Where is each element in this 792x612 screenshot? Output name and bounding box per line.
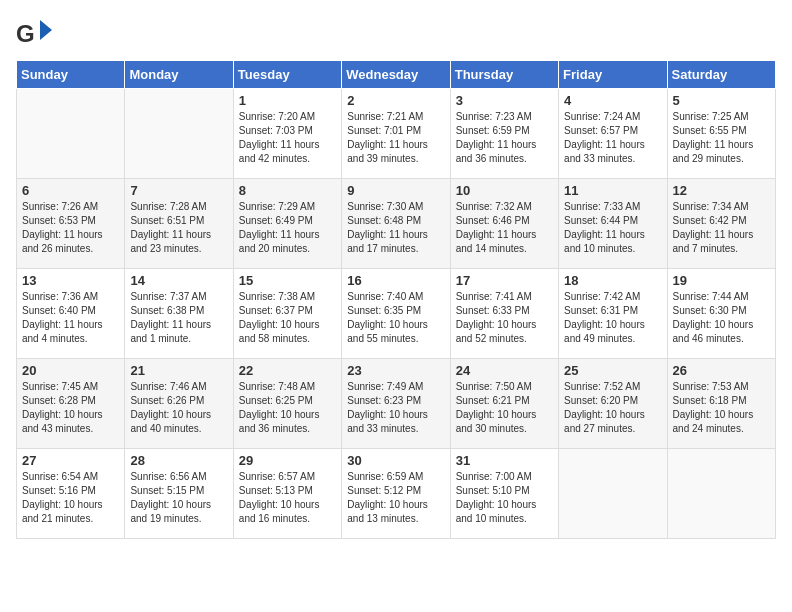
day-number: 3 bbox=[456, 93, 553, 108]
day-number: 9 bbox=[347, 183, 444, 198]
day-info: Sunrise: 6:59 AM Sunset: 5:12 PM Dayligh… bbox=[347, 470, 444, 526]
day-info: Sunrise: 7:52 AM Sunset: 6:20 PM Dayligh… bbox=[564, 380, 661, 436]
calendar-cell: 15Sunrise: 7:38 AM Sunset: 6:37 PM Dayli… bbox=[233, 269, 341, 359]
day-info: Sunrise: 7:34 AM Sunset: 6:42 PM Dayligh… bbox=[673, 200, 770, 256]
day-number: 1 bbox=[239, 93, 336, 108]
calendar-cell: 2Sunrise: 7:21 AM Sunset: 7:01 PM Daylig… bbox=[342, 89, 450, 179]
day-number: 11 bbox=[564, 183, 661, 198]
logo-icon: G bbox=[16, 16, 52, 52]
day-number: 12 bbox=[673, 183, 770, 198]
calendar-body: 1Sunrise: 7:20 AM Sunset: 7:03 PM Daylig… bbox=[17, 89, 776, 539]
day-info: Sunrise: 7:48 AM Sunset: 6:25 PM Dayligh… bbox=[239, 380, 336, 436]
calendar-cell bbox=[125, 89, 233, 179]
calendar-cell bbox=[667, 449, 775, 539]
calendar-cell: 1Sunrise: 7:20 AM Sunset: 7:03 PM Daylig… bbox=[233, 89, 341, 179]
calendar-cell: 20Sunrise: 7:45 AM Sunset: 6:28 PM Dayli… bbox=[17, 359, 125, 449]
svg-text:G: G bbox=[16, 20, 35, 47]
calendar-cell: 30Sunrise: 6:59 AM Sunset: 5:12 PM Dayli… bbox=[342, 449, 450, 539]
header-sunday: Sunday bbox=[17, 61, 125, 89]
calendar-cell: 9Sunrise: 7:30 AM Sunset: 6:48 PM Daylig… bbox=[342, 179, 450, 269]
week-row-3: 13Sunrise: 7:36 AM Sunset: 6:40 PM Dayli… bbox=[17, 269, 776, 359]
day-info: Sunrise: 7:26 AM Sunset: 6:53 PM Dayligh… bbox=[22, 200, 119, 256]
day-number: 30 bbox=[347, 453, 444, 468]
day-number: 7 bbox=[130, 183, 227, 198]
calendar-header-row: SundayMondayTuesdayWednesdayThursdayFrid… bbox=[17, 61, 776, 89]
day-number: 26 bbox=[673, 363, 770, 378]
calendar-cell: 17Sunrise: 7:41 AM Sunset: 6:33 PM Dayli… bbox=[450, 269, 558, 359]
day-number: 28 bbox=[130, 453, 227, 468]
day-number: 19 bbox=[673, 273, 770, 288]
calendar-cell: 27Sunrise: 6:54 AM Sunset: 5:16 PM Dayli… bbox=[17, 449, 125, 539]
calendar-cell: 19Sunrise: 7:44 AM Sunset: 6:30 PM Dayli… bbox=[667, 269, 775, 359]
calendar-cell: 14Sunrise: 7:37 AM Sunset: 6:38 PM Dayli… bbox=[125, 269, 233, 359]
calendar-cell: 5Sunrise: 7:25 AM Sunset: 6:55 PM Daylig… bbox=[667, 89, 775, 179]
day-info: Sunrise: 7:53 AM Sunset: 6:18 PM Dayligh… bbox=[673, 380, 770, 436]
calendar-cell bbox=[559, 449, 667, 539]
day-info: Sunrise: 7:25 AM Sunset: 6:55 PM Dayligh… bbox=[673, 110, 770, 166]
week-row-1: 1Sunrise: 7:20 AM Sunset: 7:03 PM Daylig… bbox=[17, 89, 776, 179]
calendar-cell: 21Sunrise: 7:46 AM Sunset: 6:26 PM Dayli… bbox=[125, 359, 233, 449]
calendar-cell: 8Sunrise: 7:29 AM Sunset: 6:49 PM Daylig… bbox=[233, 179, 341, 269]
calendar-cell bbox=[17, 89, 125, 179]
day-info: Sunrise: 7:30 AM Sunset: 6:48 PM Dayligh… bbox=[347, 200, 444, 256]
week-row-4: 20Sunrise: 7:45 AM Sunset: 6:28 PM Dayli… bbox=[17, 359, 776, 449]
day-info: Sunrise: 7:42 AM Sunset: 6:31 PM Dayligh… bbox=[564, 290, 661, 346]
day-number: 27 bbox=[22, 453, 119, 468]
calendar-cell: 29Sunrise: 6:57 AM Sunset: 5:13 PM Dayli… bbox=[233, 449, 341, 539]
day-number: 6 bbox=[22, 183, 119, 198]
week-row-5: 27Sunrise: 6:54 AM Sunset: 5:16 PM Dayli… bbox=[17, 449, 776, 539]
day-number: 16 bbox=[347, 273, 444, 288]
day-info: Sunrise: 7:24 AM Sunset: 6:57 PM Dayligh… bbox=[564, 110, 661, 166]
day-info: Sunrise: 7:41 AM Sunset: 6:33 PM Dayligh… bbox=[456, 290, 553, 346]
calendar-cell: 26Sunrise: 7:53 AM Sunset: 6:18 PM Dayli… bbox=[667, 359, 775, 449]
day-number: 29 bbox=[239, 453, 336, 468]
svg-marker-1 bbox=[40, 20, 52, 40]
calendar-cell: 3Sunrise: 7:23 AM Sunset: 6:59 PM Daylig… bbox=[450, 89, 558, 179]
day-info: Sunrise: 6:57 AM Sunset: 5:13 PM Dayligh… bbox=[239, 470, 336, 526]
header-tuesday: Tuesday bbox=[233, 61, 341, 89]
calendar-cell: 25Sunrise: 7:52 AM Sunset: 6:20 PM Dayli… bbox=[559, 359, 667, 449]
calendar-cell: 28Sunrise: 6:56 AM Sunset: 5:15 PM Dayli… bbox=[125, 449, 233, 539]
header-saturday: Saturday bbox=[667, 61, 775, 89]
calendar-cell: 11Sunrise: 7:33 AM Sunset: 6:44 PM Dayli… bbox=[559, 179, 667, 269]
day-number: 24 bbox=[456, 363, 553, 378]
calendar-cell: 18Sunrise: 7:42 AM Sunset: 6:31 PM Dayli… bbox=[559, 269, 667, 359]
calendar-cell: 23Sunrise: 7:49 AM Sunset: 6:23 PM Dayli… bbox=[342, 359, 450, 449]
day-info: Sunrise: 7:21 AM Sunset: 7:01 PM Dayligh… bbox=[347, 110, 444, 166]
day-number: 18 bbox=[564, 273, 661, 288]
calendar-cell: 13Sunrise: 7:36 AM Sunset: 6:40 PM Dayli… bbox=[17, 269, 125, 359]
week-row-2: 6Sunrise: 7:26 AM Sunset: 6:53 PM Daylig… bbox=[17, 179, 776, 269]
day-info: Sunrise: 7:33 AM Sunset: 6:44 PM Dayligh… bbox=[564, 200, 661, 256]
day-info: Sunrise: 7:28 AM Sunset: 6:51 PM Dayligh… bbox=[130, 200, 227, 256]
calendar-cell: 4Sunrise: 7:24 AM Sunset: 6:57 PM Daylig… bbox=[559, 89, 667, 179]
calendar-cell: 16Sunrise: 7:40 AM Sunset: 6:35 PM Dayli… bbox=[342, 269, 450, 359]
day-info: Sunrise: 7:29 AM Sunset: 6:49 PM Dayligh… bbox=[239, 200, 336, 256]
calendar-cell: 31Sunrise: 7:00 AM Sunset: 5:10 PM Dayli… bbox=[450, 449, 558, 539]
header-monday: Monday bbox=[125, 61, 233, 89]
day-number: 20 bbox=[22, 363, 119, 378]
day-number: 2 bbox=[347, 93, 444, 108]
page-header: G bbox=[16, 16, 776, 52]
header-thursday: Thursday bbox=[450, 61, 558, 89]
calendar-cell: 22Sunrise: 7:48 AM Sunset: 6:25 PM Dayli… bbox=[233, 359, 341, 449]
day-info: Sunrise: 7:40 AM Sunset: 6:35 PM Dayligh… bbox=[347, 290, 444, 346]
day-number: 25 bbox=[564, 363, 661, 378]
day-number: 4 bbox=[564, 93, 661, 108]
day-info: Sunrise: 7:46 AM Sunset: 6:26 PM Dayligh… bbox=[130, 380, 227, 436]
day-info: Sunrise: 7:32 AM Sunset: 6:46 PM Dayligh… bbox=[456, 200, 553, 256]
day-info: Sunrise: 7:45 AM Sunset: 6:28 PM Dayligh… bbox=[22, 380, 119, 436]
day-info: Sunrise: 7:37 AM Sunset: 6:38 PM Dayligh… bbox=[130, 290, 227, 346]
calendar-cell: 10Sunrise: 7:32 AM Sunset: 6:46 PM Dayli… bbox=[450, 179, 558, 269]
calendar-table: SundayMondayTuesdayWednesdayThursdayFrid… bbox=[16, 60, 776, 539]
day-number: 31 bbox=[456, 453, 553, 468]
day-number: 8 bbox=[239, 183, 336, 198]
day-info: Sunrise: 7:20 AM Sunset: 7:03 PM Dayligh… bbox=[239, 110, 336, 166]
day-number: 14 bbox=[130, 273, 227, 288]
day-info: Sunrise: 7:49 AM Sunset: 6:23 PM Dayligh… bbox=[347, 380, 444, 436]
day-number: 13 bbox=[22, 273, 119, 288]
calendar-cell: 6Sunrise: 7:26 AM Sunset: 6:53 PM Daylig… bbox=[17, 179, 125, 269]
day-info: Sunrise: 6:54 AM Sunset: 5:16 PM Dayligh… bbox=[22, 470, 119, 526]
day-info: Sunrise: 7:36 AM Sunset: 6:40 PM Dayligh… bbox=[22, 290, 119, 346]
day-number: 17 bbox=[456, 273, 553, 288]
day-info: Sunrise: 7:00 AM Sunset: 5:10 PM Dayligh… bbox=[456, 470, 553, 526]
